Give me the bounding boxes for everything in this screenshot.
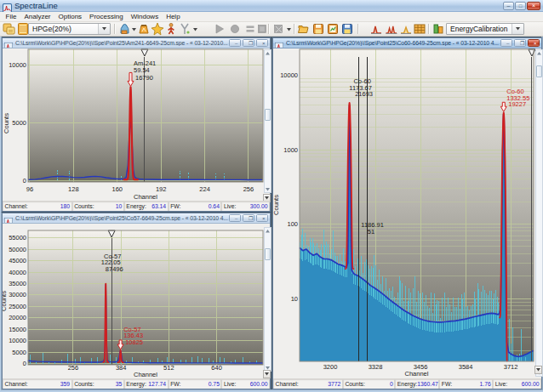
- menu-processing[interactable]: Processing: [86, 12, 128, 21]
- play-button[interactable]: [213, 22, 226, 36]
- status-value: 63.14: [151, 203, 166, 209]
- x-axis-label: Channel: [134, 193, 157, 201]
- plot-vertical-scrollbar[interactable]: [264, 49, 272, 193]
- clear-dd-arrow-icon[interactable]: [286, 26, 292, 32]
- status-label: Energy:: [126, 203, 146, 209]
- plot-vertical-scrollbar[interactable]: [535, 49, 543, 377]
- window-close-button[interactable]: ×: [527, 2, 540, 10]
- folder-open-icon: [297, 22, 311, 36]
- scroll-down-icon[interactable]: [265, 186, 271, 192]
- x-tick-label: 384: [116, 364, 127, 372]
- nuclide-table-button[interactable]: [413, 22, 426, 36]
- x-tick-label: 3712: [504, 363, 518, 371]
- application-window: SpectraLine –□× FileAnalyzerOptionsProce…: [0, 0, 543, 392]
- y-tick-label: 5000: [12, 119, 26, 127]
- save-blue-button[interactable]: [340, 22, 354, 36]
- folder-open-button[interactable]: [297, 22, 311, 36]
- spectrum-window-am241[interactable]: C:\Lsrm\Work\GP\HPGe(20%)\!Spe\Point25\A…: [2, 37, 271, 212]
- app-title: SpectraLine: [14, 1, 58, 10]
- y-tick-label: 20000: [9, 314, 26, 321]
- menu-bar: FileAnalyzerOptionsProcessingWindowsHelp: [0, 12, 543, 22]
- play-icon: [213, 22, 226, 36]
- status-value: 1360.47: [417, 381, 438, 387]
- y-tick-label: 30000: [9, 291, 26, 298]
- calibration-select[interactable]: EnergyCalibration: [446, 23, 524, 35]
- scroll-up-icon[interactable]: [536, 50, 542, 56]
- peak-clear-button[interactable]: [399, 22, 413, 36]
- detector-select[interactable]: HPGe(20%): [28, 23, 111, 35]
- copy-pages-button[interactable]: [3, 22, 16, 36]
- peak-label-text: 87496: [106, 265, 123, 273]
- status-bar: Channel:180Counts:10Energy:63.14FW:0.64L…: [3, 201, 270, 211]
- x-tick-label: 256: [243, 185, 254, 193]
- status-label: Energy:: [126, 381, 146, 387]
- scroll-thumb[interactable]: [265, 109, 271, 121]
- status-fw: FW:1.76: [439, 379, 493, 389]
- toolbar-separator: [357, 24, 359, 34]
- y-tick-label: 10000: [9, 61, 26, 69]
- detector-button[interactable]: [117, 22, 131, 36]
- y-tick-label: 10000: [280, 71, 298, 79]
- y-axis-label: Counts: [3, 291, 8, 311]
- combo-arrow-icon[interactable]: [512, 24, 523, 34]
- save-button[interactable]: [312, 22, 325, 36]
- sample-vial-button[interactable]: [137, 22, 151, 36]
- detector-dd-arrow-icon[interactable]: [131, 26, 137, 32]
- save-report-button[interactable]: [326, 22, 340, 36]
- status-label: Channel:: [5, 203, 28, 209]
- x-tick-label: 160: [111, 185, 123, 193]
- scroll-thumb[interactable]: [536, 65, 542, 77]
- spectrum-window-co57[interactable]: C:\Lsrm\Work\GP\HPGe(20%)\!Spe\Point25\C…: [2, 213, 271, 389]
- status-value: 600.00: [250, 381, 268, 387]
- analysis-dd-arrow-icon[interactable]: [192, 26, 198, 32]
- x-axis-unit-dropdown[interactable]: [263, 370, 271, 378]
- y-tick-label: 100: [287, 220, 298, 228]
- window-minimize-button[interactable]: –: [503, 2, 514, 10]
- star-plane-button[interactable]: [151, 22, 164, 36]
- combo-arrow-icon[interactable]: [98, 24, 110, 34]
- mdi-workspace: C:\Lsrm\Work\GP\HPGe(20%)\!Spe\Point25\A…: [0, 37, 543, 392]
- nuclide-table-icon: [413, 22, 426, 36]
- toolbar-separator: [294, 24, 295, 34]
- status-value: 10: [116, 203, 123, 209]
- efficiency-icon: [432, 22, 445, 36]
- menu-windows[interactable]: Windows: [127, 12, 162, 21]
- peak-label-text: 21693: [355, 90, 373, 98]
- spectrum-window-co60[interactable]: C:\Lsrm\Work\GP\HPGe(20%)\!Spe\Point25\C…: [272, 37, 542, 389]
- status-channel: Channel:359: [3, 379, 72, 389]
- status-live: Live:300.00: [221, 202, 270, 211]
- window-maximize-button[interactable]: □: [515, 2, 526, 10]
- sample-vial-icon: [137, 22, 151, 36]
- scroll-up-icon[interactable]: [265, 228, 271, 234]
- y-tick-label: 35000: [9, 280, 26, 287]
- calib-y-button[interactable]: [178, 22, 191, 36]
- peak-search-icon: [369, 22, 383, 36]
- save-icon: [312, 22, 325, 36]
- calib-y-icon: [178, 22, 191, 36]
- x-tick-label: 96: [26, 185, 33, 193]
- y-tick-label: 0: [23, 360, 26, 367]
- main-titlebar[interactable]: SpectraLine –□×: [0, 0, 543, 12]
- status-value: 180: [60, 203, 70, 209]
- plot-vertical-scrollbar[interactable]: [264, 227, 272, 372]
- peak-search-button[interactable]: [369, 22, 383, 36]
- y-tick-label: 0: [23, 177, 26, 185]
- menu-analyzer[interactable]: Analyzer: [20, 12, 54, 21]
- peak-label-text: 10825: [125, 338, 143, 346]
- toolbar: HPGe(20%)EnergyCalibration: [0, 22, 543, 37]
- scroll-thumb[interactable]: [265, 248, 271, 260]
- menu-help[interactable]: Help: [163, 12, 184, 21]
- record-button[interactable]: [228, 22, 242, 36]
- stop-button[interactable]: [255, 22, 269, 36]
- menu-file[interactable]: File: [2, 12, 20, 21]
- peak-fit-button[interactable]: [385, 22, 398, 36]
- marker-figure-icon: [164, 22, 178, 36]
- scroll-up-icon[interactable]: [265, 50, 271, 56]
- efficiency-button[interactable]: [432, 22, 445, 36]
- toolbar-separator: [114, 24, 116, 34]
- star-plane-icon: [151, 22, 164, 36]
- x-axis-unit-dropdown[interactable]: [534, 366, 542, 374]
- menu-options[interactable]: Options: [54, 12, 86, 21]
- marker-figure-button[interactable]: [164, 22, 178, 36]
- clear-button[interactable]: [272, 22, 285, 36]
